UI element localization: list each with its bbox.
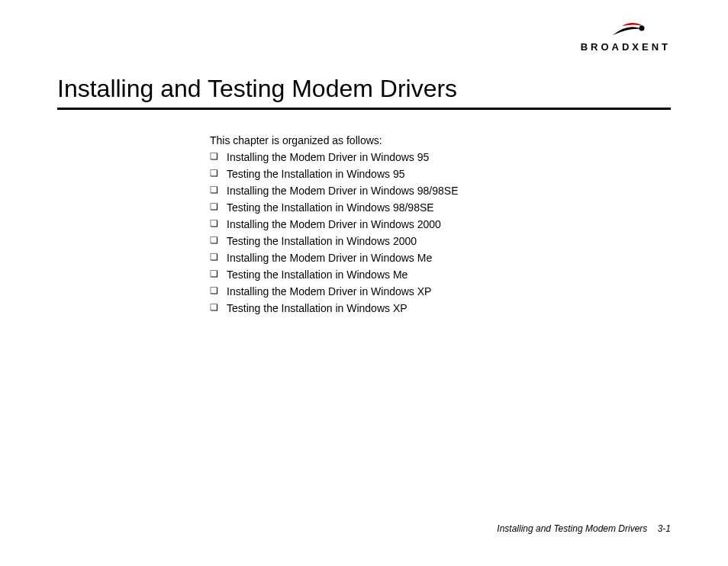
list-item: Testing the Installation in Windows XP xyxy=(210,301,671,317)
list-item: Testing the Installation in Windows 2000 xyxy=(210,233,671,249)
list-item: Testing the Installation in Windows Me xyxy=(210,267,671,283)
list-item: Installing the Modem Driver in Windows 9… xyxy=(210,183,671,199)
list-item: Installing the Modem Driver in Windows X… xyxy=(210,284,671,300)
logo-swoosh-icon xyxy=(599,21,652,40)
title-rule xyxy=(57,108,671,110)
page-footer: Installing and Testing Modem Drivers 3-1 xyxy=(497,523,671,534)
logo-area: BROADXENT xyxy=(57,21,671,53)
brand-logo: BROADXENT xyxy=(581,21,671,53)
list-item: Installing the Modem Driver in Windows M… xyxy=(210,250,671,266)
intro-text: This chapter is organized as follows: xyxy=(210,133,671,149)
list-item: Installing the Modem Driver in Windows 2… xyxy=(210,217,671,233)
body-content: This chapter is organized as follows: In… xyxy=(210,133,671,317)
page-title: Installing and Testing Modem Drivers xyxy=(57,75,671,103)
svg-point-0 xyxy=(639,26,644,31)
brand-name: BROADXENT xyxy=(581,41,671,53)
list-item: Testing the Installation in Windows 95 xyxy=(210,166,671,182)
chapter-item-list: Installing the Modem Driver in Windows 9… xyxy=(210,150,671,317)
list-item: Testing the Installation in Windows 98/9… xyxy=(210,200,671,216)
list-item: Installing the Modem Driver in Windows 9… xyxy=(210,150,671,166)
footer-section-name: Installing and Testing Modem Drivers xyxy=(497,523,647,534)
footer-page-number: 3-1 xyxy=(658,523,671,534)
